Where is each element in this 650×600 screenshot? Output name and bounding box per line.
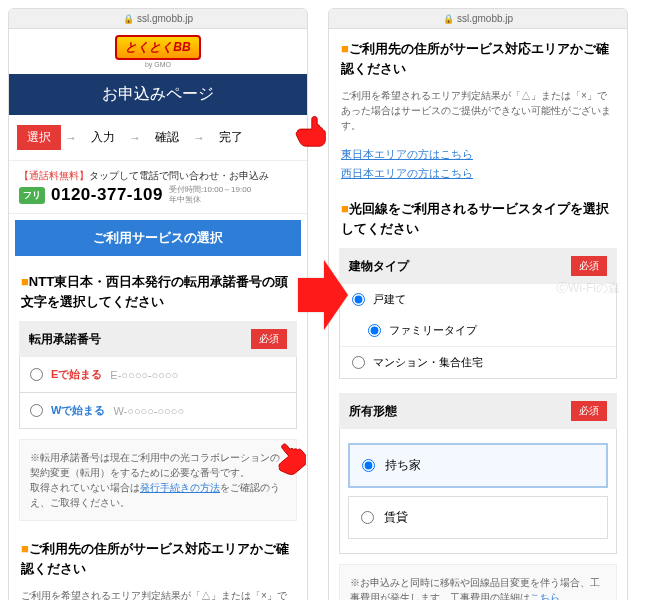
progress-steps: 選択 → 入力 → 確認 → 完了 [9, 115, 307, 161]
chevron-right-icon: → [193, 131, 205, 145]
page-title: お申込みページ [9, 74, 307, 115]
radio-family[interactable]: ファミリータイプ [340, 315, 616, 346]
radio-house[interactable]: 戸建て [340, 284, 616, 315]
field-note: ※転用承諾番号は現在ご利用中の光コラボレーションの契約変更（転用）をするために必… [19, 439, 297, 521]
chevron-right-icon: → [65, 131, 77, 145]
field-note: ※お申込みと同時に移転や回線品目変更を伴う場合、工事費用が発生します。工事費用の… [339, 564, 617, 600]
step-confirm: 確認 [145, 125, 189, 150]
radio-rent[interactable]: 賃貸 [348, 496, 608, 539]
required-badge: 必須 [571, 401, 607, 421]
detail-link[interactable]: こちら [530, 592, 560, 600]
section-header: ご利用サービスの選択 [15, 220, 301, 256]
section-description: ご利用を希望されるエリア判定結果が「△」または「×」であった場合はサービスのご提… [9, 588, 307, 600]
freecall-icon: フリ [19, 187, 45, 204]
issue-procedure-link[interactable]: 発行手続きの方法 [140, 482, 220, 493]
url-bar: ssl.gmobb.jp [329, 9, 627, 29]
section-title: ■NTT東日本・西日本発行の転用承諾番号の頭文字を選択してください [9, 262, 307, 321]
field-header: 建物タイプ必須 [339, 248, 617, 284]
radio-option-e[interactable]: Eで始まるE-○○○○-○○○○ [19, 357, 297, 393]
field-header: 所有形態必須 [339, 393, 617, 429]
left-screenshot: ssl.gmobb.jp とくとくBB by GMO お申込みページ 選択 → … [8, 8, 308, 600]
phone-number: 0120-377-109 [51, 185, 163, 205]
radio-option-w[interactable]: Wで始まるW-○○○○-○○○○ [19, 393, 297, 429]
right-screenshot: ssl.gmobb.jp ■ご利用先の住所がサービス対応エリアかご確認ください … [328, 8, 628, 600]
logo: とくとくBB by GMO [9, 29, 307, 74]
section-title: ■ご利用先の住所がサービス対応エリアかご確認ください [9, 529, 307, 588]
radio-mansion[interactable]: マンション・集合住宅 [340, 346, 616, 378]
west-area-link[interactable]: 西日本エリアの方はこちら [341, 166, 615, 181]
step-select: 選択 [17, 125, 61, 150]
field-header: 転用承諾番号必須 [19, 321, 297, 357]
telephone-cta[interactable]: 【通話料無料】タップして電話で問い合わせ・お申込み フリ 0120-377-10… [9, 161, 307, 214]
chevron-right-icon: → [129, 131, 141, 145]
radio-owned[interactable]: 持ち家 [348, 443, 608, 488]
required-badge: 必須 [251, 329, 287, 349]
step-done: 完了 [209, 125, 253, 150]
section-title: ■ご利用先の住所がサービス対応エリアかご確認ください [329, 29, 627, 88]
east-area-link[interactable]: 東日本エリアの方はこちら [341, 147, 615, 162]
section-description: ご利用を希望されるエリア判定結果が「△」または「×」であった場合はサービスのご提… [329, 88, 627, 143]
url-bar: ssl.gmobb.jp [9, 9, 307, 29]
required-badge: 必須 [571, 256, 607, 276]
step-input: 入力 [81, 125, 125, 150]
section-title: ■光回線をご利用されるサービスタイプを選択してください [329, 189, 627, 248]
